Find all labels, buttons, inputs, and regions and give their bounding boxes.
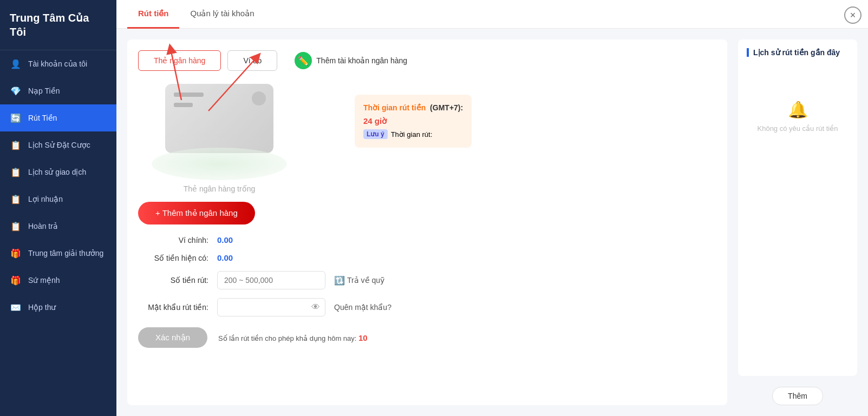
mat-khau-input[interactable] — [217, 298, 325, 316]
eye-icon[interactable]: 👁 — [311, 302, 320, 312]
sidebar-item-label: Rút Tiền — [28, 114, 57, 122]
card-empty-text: Thẻ ngân hàng trống — [138, 184, 301, 193]
transaction-icon: 📋 — [10, 166, 22, 178]
withdraw-icon: 🔄 — [10, 112, 22, 124]
deposit-icon: 💎 — [10, 85, 22, 97]
vi-chinh-label: Ví chính: — [138, 236, 208, 245]
so-tien-rut-row: Số tiền rút: 🔃 Trả về quỹ — [138, 271, 716, 289]
add-more-button[interactable]: Thêm — [772, 387, 823, 405]
form-section: Ví chính: 0.00 Số tiền hiện có: 0.00 Số … — [138, 235, 716, 316]
tab-account-management[interactable]: Quản lý tài khoản — [179, 0, 265, 29]
empty-icon: 🔔 — [788, 100, 808, 119]
return-fund-button[interactable]: 🔃 Trả về quỹ — [334, 275, 384, 286]
sidebar-item-label: Sứ mệnh — [28, 276, 60, 285]
sidebar-item-label: Lợi nhuận — [28, 195, 63, 203]
sidebar-item-bet-history[interactable]: 📋 Lịch Sử Đặt Cược — [0, 131, 116, 159]
so-tien-value: 0.00 — [217, 253, 233, 262]
sidebar-item-deposit[interactable]: 💎 Nạp Tiền — [0, 77, 116, 104]
sidebar: Trung Tâm Của Tôi 👤 Tài khoản của tôi 💎 … — [0, 0, 116, 416]
info-title: Thời gian rút tiền (GMT+7): — [363, 103, 463, 112]
info-note: Lưu ý Thời gian rút: — [363, 129, 432, 139]
sidebar-item-rewards[interactable]: 🎁 Trung tâm giải thưởng — [0, 240, 116, 267]
sidebar-item-label: Lịch Sử Đặt Cược — [28, 141, 90, 149]
close-button[interactable]: × — [844, 6, 862, 24]
content-area: Thẻ ngân hàng Ví ảo ✏️ Thêm tài khoản ng… — [116, 29, 868, 416]
rewards-icon: 🎁 — [10, 247, 22, 259]
account-icon: 👤 — [10, 58, 22, 70]
password-input-wrapper: 👁 — [217, 298, 325, 316]
cashback-icon: 📋 — [10, 220, 22, 232]
withdrawal-limit-text: Số lần rút tiền cho phép khả dụng hôm na… — [218, 333, 368, 342]
so-tien-rut-label: Số tiền rút: — [138, 276, 208, 285]
sidebar-item-transaction-history[interactable]: 📋 Lịch sử giao dịch — [0, 159, 116, 186]
add-icon: ✏️ — [295, 52, 312, 69]
info-box: Thời gian rút tiền (GMT+7): 24 giờ Lưu ý… — [355, 95, 472, 148]
history-title: Lịch sử rút tiền gần đây — [747, 48, 849, 57]
sidebar-item-profit[interactable]: 📋 Lợi nhuận — [0, 186, 116, 213]
bank-card-placeholder — [165, 84, 273, 153]
sidebar-item-label: Nạp Tiền — [28, 87, 60, 95]
sidebar-item-withdraw[interactable]: 🔄 Rút Tiền — [0, 104, 116, 131]
mat-khau-label: Mật khẩu rút tiền: — [138, 303, 208, 312]
sidebar-item-label: Tài khoản của tôi — [28, 60, 87, 68]
submit-area: Xác nhận Số lần rút tiền cho phép khả dụ… — [138, 327, 716, 348]
so-tien-row: Số tiền hiện có: 0.00 — [138, 253, 716, 262]
sidebar-item-label: Trung tâm giải thưởng — [28, 249, 103, 257]
main-content: Rút tiền Quản lý tài khoản Thẻ ngân hàng… — [116, 0, 868, 416]
sidebar-title: Trung Tâm Của Tôi — [0, 0, 116, 50]
vi-chinh-row: Ví chính: 0.00 — [138, 235, 716, 245]
card-section: Thẻ ngân hàng trống + Thêm thẻ ngân hàng — [138, 84, 301, 224]
confirm-button[interactable]: Xác nhận — [138, 327, 207, 348]
mission-icon: 🎁 — [10, 274, 22, 286]
profit-icon: 📋 — [10, 193, 22, 205]
bank-card-btn[interactable]: Thẻ ngân hàng — [138, 50, 221, 71]
return-icon: 🔃 — [334, 275, 345, 286]
ewallet-btn[interactable]: Ví ảo — [227, 50, 277, 71]
so-tien-label: Số tiền hiện có: — [138, 254, 208, 262]
tabs-bar: Rút tiền Quản lý tài khoản — [116, 0, 868, 29]
so-tien-rut-input[interactable] — [217, 271, 325, 289]
payment-methods: Thẻ ngân hàng Ví ảo ✏️ Thêm tài khoản ng… — [138, 50, 716, 71]
bet-history-icon: 📋 — [10, 139, 22, 151]
empty-text: Không có yêu cầu rút tiền — [758, 124, 838, 133]
sidebar-item-label: Lịch sử giao dịch — [28, 168, 86, 176]
right-panel: Lịch sử rút tiền gần đây 🔔 Không có yêu … — [738, 39, 857, 405]
info-time: 24 giờ — [363, 116, 463, 126]
vi-chinh-value: 0.00 — [217, 235, 233, 245]
main-panel: Thẻ ngân hàng Ví ảo ✏️ Thêm tài khoản ng… — [127, 39, 727, 405]
sidebar-item-cashback[interactable]: 📋 Hoàn trả — [0, 213, 116, 240]
sidebar-item-label: Hộp thư — [28, 303, 56, 312]
sidebar-item-account[interactable]: 👤 Tài khoản của tôi — [0, 50, 116, 77]
tab-withdraw[interactable]: Rút tiền — [127, 0, 179, 29]
mat-khau-row: Mật khẩu rút tiền: 👁 Quên mật khẩu? — [138, 298, 716, 316]
limit-count: 10 — [358, 333, 368, 342]
inbox-icon: ✉️ — [10, 301, 22, 313]
sidebar-item-mission[interactable]: 🎁 Sứ mệnh — [0, 267, 116, 294]
add-bank-account-btn[interactable]: ✏️ Thêm tài khoản ngân hàng — [295, 52, 407, 69]
sidebar-item-inbox[interactable]: ✉️ Hộp thư — [0, 294, 116, 321]
add-bank-card-button[interactable]: + Thêm thẻ ngân hàng — [138, 202, 255, 224]
forgot-password-link[interactable]: Quên mật khẩu? — [334, 303, 391, 312]
history-panel: Lịch sử rút tiền gần đây 🔔 Không có yêu … — [738, 39, 857, 376]
empty-history: 🔔 Không có yêu cầu rút tiền — [747, 89, 849, 143]
tree-decoration — [152, 148, 287, 180]
sidebar-item-label: Hoàn trả — [28, 222, 58, 230]
